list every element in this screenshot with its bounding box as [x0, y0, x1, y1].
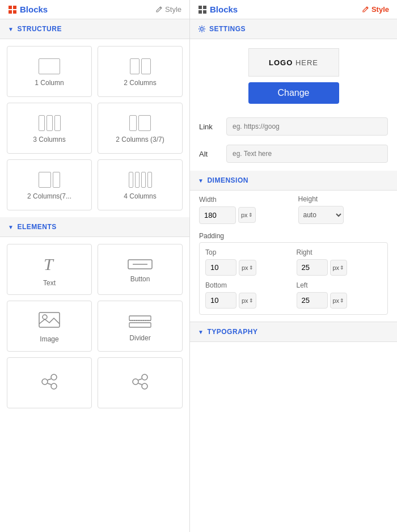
structure-item-1col[interactable]: 1 Column [7, 46, 92, 97]
padding-left-input-row: px ⇕ [297, 292, 382, 309]
dimension-width-height-row: Width px ⇕ Height auto px % [190, 191, 397, 229]
width-input[interactable] [199, 206, 236, 224]
typography-chevron: ▼ [198, 329, 204, 335]
padding-right-input[interactable] [297, 259, 328, 276]
padding-bottom-input-row: px ⇕ [205, 292, 291, 309]
structure-item-4col[interactable]: 4 Columns [98, 159, 183, 210]
svg-point-19 [142, 383, 147, 389]
padding-right-unit[interactable]: px ⇕ [330, 260, 348, 276]
element-item-image[interactable]: Image [7, 301, 92, 352]
padding-top-input[interactable] [205, 259, 236, 276]
alt-input[interactable] [226, 145, 388, 163]
link-label: Link [199, 123, 219, 131]
svg-line-15 [48, 379, 51, 380]
divider-icon [127, 313, 153, 330]
left-blocks-tab[interactable]: Blocks [8, 5, 48, 14]
structure-item-2col37[interactable]: 2 Columns (3/7) [98, 103, 183, 154]
link-field-row: Link [190, 113, 397, 140]
padding-left-unit[interactable]: px ⇕ [330, 293, 348, 309]
svg-rect-7 [39, 313, 60, 327]
element-item-text[interactable]: T Text [7, 244, 92, 295]
dimension-chevron: ▼ [198, 178, 204, 184]
change-logo-button[interactable]: Change [248, 82, 339, 104]
padding-left-input[interactable] [297, 292, 328, 309]
alt-label: Alt [199, 150, 219, 158]
padding-label: Padding [190, 229, 397, 242]
2col-icon [130, 58, 151, 74]
element-item-social2[interactable] [98, 357, 183, 408]
structure-grid: 1 Column 2 Columns 3 Columns [0, 39, 189, 217]
svg-rect-25 [203, 10, 206, 14]
width-unit[interactable]: px ⇕ [238, 207, 256, 223]
svg-line-21 [138, 383, 142, 385]
svg-rect-23 [203, 6, 206, 9]
logo-placeholder: LOGO HERE [248, 48, 339, 77]
element-item-social1[interactable] [7, 357, 92, 408]
svg-rect-1 [13, 6, 16, 9]
1col-icon [39, 58, 60, 74]
settings-section-header: SETTINGS [190, 19, 397, 39]
elements-section-header: ▼ ELEMENTS [0, 217, 189, 237]
svg-rect-24 [198, 10, 202, 14]
padding-top-field: Top px ⇕ [205, 248, 291, 276]
social2-icon [130, 371, 150, 392]
svg-point-12 [42, 379, 48, 385]
settings-gear-icon [198, 25, 206, 33]
left-panel: Blocks Style ▼ STRUCTURE 1 Column [0, 0, 190, 532]
right-panel: Blocks Style SETTINGS LOGO HERE Change L… [190, 0, 397, 532]
padding-bottom-unit[interactable]: px ⇕ [239, 293, 256, 309]
height-select[interactable]: auto px % [298, 206, 344, 224]
right-blocks-tab[interactable]: Blocks [198, 5, 238, 14]
right-style-tab[interactable]: Style [361, 5, 389, 14]
padding-bottom-input[interactable] [205, 292, 236, 309]
structure-item-2col7[interactable]: 2 Columns(7... [7, 159, 92, 210]
svg-rect-10 [129, 323, 151, 327]
alt-field-row: Alt [190, 140, 397, 167]
svg-point-26 [201, 28, 204, 31]
svg-point-13 [51, 374, 57, 380]
padding-right-field: Right px ⇕ [297, 248, 382, 276]
3col-icon [39, 115, 61, 131]
padding-right-label: Right [297, 248, 382, 256]
svg-point-18 [142, 374, 147, 380]
right-style-pencil-icon [361, 6, 369, 14]
svg-text:T: T [44, 255, 54, 273]
right-blocks-grid-icon [198, 5, 207, 14]
element-item-divider[interactable]: Divider [98, 301, 183, 352]
height-label: Height [298, 195, 388, 203]
svg-point-17 [133, 379, 138, 385]
padding-top-unit[interactable]: px ⇕ [239, 260, 256, 276]
structure-section-header: ▼ STRUCTURE [0, 19, 189, 39]
element-item-button[interactable]: Button [98, 244, 183, 295]
2col7-icon [39, 172, 60, 188]
padding-right-input-row: px ⇕ [297, 259, 382, 276]
padding-left-label: Left [297, 281, 382, 289]
link-input[interactable] [226, 117, 388, 136]
structure-item-3col[interactable]: 3 Columns [7, 103, 92, 154]
padding-top-input-row: px ⇕ [205, 259, 291, 276]
settings-logo-area: LOGO HERE Change [190, 39, 397, 113]
height-input-row: auto px % [298, 206, 388, 224]
padding-bottom-field: Bottom px ⇕ [205, 281, 291, 309]
width-input-row: px ⇕ [199, 206, 289, 224]
style-pencil-icon [155, 6, 163, 14]
svg-line-20 [138, 379, 142, 380]
typography-section-header: ▼ TYPOGRAPHY [190, 322, 397, 342]
elements-chevron: ▼ [8, 224, 14, 230]
social1-icon [39, 371, 60, 392]
padding-left-field: Left px ⇕ [297, 281, 382, 309]
structure-item-2col[interactable]: 2 Columns [98, 46, 183, 97]
left-style-tab[interactable]: Style [155, 5, 181, 14]
blocks-grid-icon [8, 5, 17, 14]
svg-rect-2 [9, 10, 12, 14]
structure-chevron: ▼ [8, 26, 14, 32]
text-icon: T [40, 254, 58, 275]
svg-rect-0 [9, 6, 12, 9]
svg-rect-9 [129, 316, 151, 320]
image-icon [38, 311, 61, 331]
elements-grid: T Text Button I [0, 237, 189, 415]
svg-point-8 [43, 315, 47, 319]
padding-top-label: Top [205, 248, 291, 256]
2col37-icon [129, 115, 151, 131]
svg-line-16 [48, 383, 51, 385]
